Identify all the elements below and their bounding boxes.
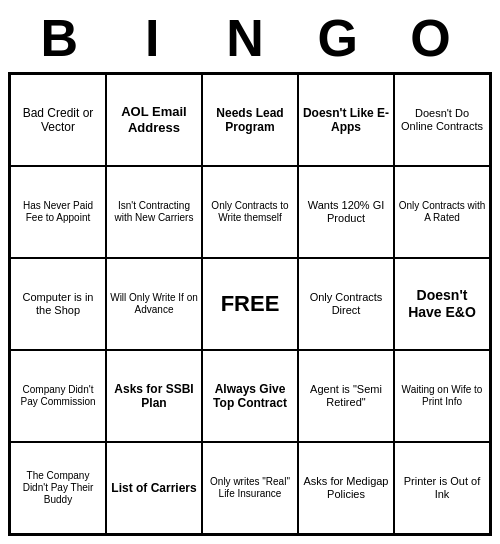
- bingo-cell-8: Wants 120% GI Product: [298, 166, 394, 258]
- bingo-cell-17: Always Give Top Contract: [202, 350, 298, 442]
- bingo-cell-10: Computer is in the Shop: [10, 258, 106, 350]
- bingo-cell-1: AOL Email Address: [106, 74, 202, 166]
- title-b: B: [24, 8, 104, 68]
- bingo-cell-19: Waiting on Wife to Print Info: [394, 350, 490, 442]
- title-i: I: [117, 8, 197, 68]
- bingo-cell-16: Asks for SSBI Plan: [106, 350, 202, 442]
- bingo-grid: Bad Credit or VectorAOL Email AddressNee…: [8, 72, 492, 536]
- bingo-cell-9: Only Contracts with A Rated: [394, 166, 490, 258]
- title-g: G: [303, 8, 383, 68]
- bingo-cell-18: Agent is "Semi Retired": [298, 350, 394, 442]
- bingo-cell-21: List of Carriers: [106, 442, 202, 534]
- bingo-cell-3: Doesn't Like E-Apps: [298, 74, 394, 166]
- bingo-title: B I N G O: [8, 8, 492, 68]
- bingo-cell-13: Only Contracts Direct: [298, 258, 394, 350]
- bingo-cell-4: Doesn't Do Online Contracts: [394, 74, 490, 166]
- bingo-cell-0: Bad Credit or Vector: [10, 74, 106, 166]
- bingo-cell-14: Doesn't Have E&O: [394, 258, 490, 350]
- bingo-cell-22: Only writes "Real" Life Insurance: [202, 442, 298, 534]
- bingo-cell-11: Will Only Write If on Advance: [106, 258, 202, 350]
- bingo-cell-24: Printer is Out of Ink: [394, 442, 490, 534]
- bingo-cell-5: Has Never Paid Fee to Appoint: [10, 166, 106, 258]
- bingo-cell-6: Isn't Contracting with New Carriers: [106, 166, 202, 258]
- title-o: O: [396, 8, 476, 68]
- bingo-cell-23: Asks for Medigap Policies: [298, 442, 394, 534]
- bingo-cell-2: Needs Lead Program: [202, 74, 298, 166]
- title-n: N: [210, 8, 290, 68]
- bingo-cell-12: FREE: [202, 258, 298, 350]
- bingo-cell-15: Company Didn't Pay Commission: [10, 350, 106, 442]
- bingo-cell-20: The Company Didn't Pay Their Buddy: [10, 442, 106, 534]
- bingo-cell-7: Only Contracts to Write themself: [202, 166, 298, 258]
